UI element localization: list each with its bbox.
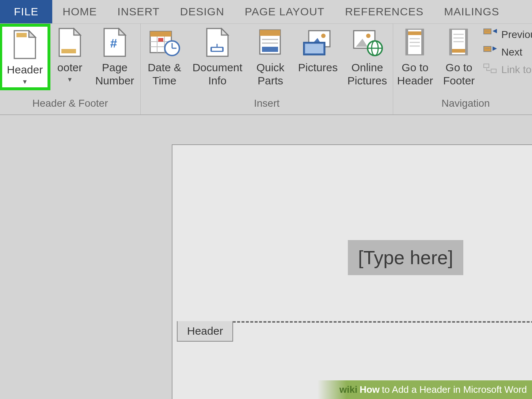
date-time-button[interactable]: Date & Time (141, 24, 188, 87)
tab-page-layout[interactable]: PAGE LAYOUT (235, 0, 335, 23)
online-pictures-icon (351, 26, 384, 59)
date-time-icon (148, 26, 181, 59)
quick-parts-label: Quick Parts (256, 61, 285, 87)
header-button[interactable]: Header ▾ (0, 24, 50, 90)
document-area: [Type here] Header (0, 115, 532, 399)
group-label-insert: Insert (141, 96, 393, 112)
link-to-icon (483, 63, 498, 76)
svg-rect-33 (305, 44, 323, 53)
svg-marker-59 (493, 46, 497, 51)
svg-rect-60 (484, 64, 489, 68)
watermark-how: How (360, 384, 380, 395)
svg-rect-2 (16, 33, 27, 37)
svg-rect-48 (450, 29, 452, 55)
ribbon: Header ▾ ooter ▾ (0, 24, 532, 115)
previous-label: Previou (501, 29, 532, 41)
go-to-footer-icon (442, 26, 475, 59)
footer-label: ooter (57, 61, 82, 74)
pictures-button[interactable]: Pictures (294, 24, 342, 74)
group-label-navigation: Navigation (393, 96, 532, 112)
online-pictures-button[interactable]: Online Pictures (342, 24, 393, 87)
tab-home[interactable]: HOME (52, 0, 107, 23)
svg-marker-56 (493, 29, 497, 33)
footer-icon (53, 26, 86, 59)
next-icon (483, 46, 498, 59)
quick-parts-button[interactable]: Quick Parts (247, 24, 294, 87)
svg-marker-20 (221, 28, 228, 35)
watermark-title: to Add a Header in Microsoft Word (382, 384, 527, 395)
svg-rect-15 (158, 38, 163, 42)
link-to-label: Link to (501, 64, 532, 76)
pictures-icon (301, 26, 334, 59)
pictures-label: Pictures (298, 61, 338, 74)
footer-button[interactable]: ooter ▾ (50, 24, 89, 84)
page-number-label: Page Number (95, 61, 134, 87)
go-to-header-icon (399, 26, 432, 59)
document-info-button[interactable]: Document Info (188, 24, 247, 87)
watermark-wiki: wiki (339, 384, 357, 395)
go-to-header-label: Go to Header (397, 61, 433, 87)
ribbon-tabs: FILE HOME INSERT DESIGN PAGE LAYOUT REFE… (0, 0, 532, 24)
svg-rect-25 (260, 30, 280, 36)
nav-small-buttons: Previou Next (481, 24, 532, 76)
svg-rect-61 (491, 69, 496, 73)
quick-parts-icon (254, 26, 287, 59)
group-navigation: Go to Header Go to Footer (393, 24, 532, 114)
svg-point-30 (321, 34, 326, 38)
svg-marker-7 (119, 28, 125, 35)
previous-icon (483, 28, 498, 41)
tab-file[interactable]: FILE (0, 0, 52, 23)
svg-rect-53 (452, 49, 465, 53)
svg-rect-49 (465, 29, 467, 55)
next-button[interactable]: Next (483, 46, 532, 59)
wikihow-watermark: wikiHow to Add a Header in Microsoft Wor… (318, 380, 532, 399)
go-to-footer-button[interactable]: Go to Footer (437, 24, 481, 87)
date-time-label: Date & Time (148, 61, 181, 87)
page-number-button[interactable]: # Page Number (89, 24, 140, 87)
svg-rect-43 (408, 31, 421, 35)
online-pictures-label: Online Pictures (347, 61, 387, 87)
svg-text:#: # (110, 36, 117, 50)
go-to-footer-label: Go to Footer (443, 61, 475, 87)
svg-rect-5 (61, 49, 76, 53)
tab-references[interactable]: REFERENCES (335, 0, 434, 23)
header-section-tag: Header (177, 321, 233, 342)
link-to-button[interactable]: Link to (483, 63, 532, 76)
svg-marker-4 (74, 28, 80, 35)
svg-marker-1 (29, 31, 35, 37)
dropdown-arrow-icon: ▾ (23, 77, 27, 86)
go-to-header-button[interactable]: Go to Header (393, 24, 437, 87)
previous-button[interactable]: Previou (483, 28, 532, 41)
tab-mailings[interactable]: MAILINGS (434, 0, 509, 23)
group-header-footer: Header ▾ ooter ▾ (0, 24, 141, 114)
svg-rect-10 (150, 31, 171, 37)
svg-rect-22 (212, 48, 222, 51)
header-icon (8, 28, 41, 61)
svg-rect-41 (406, 29, 408, 55)
svg-rect-28 (262, 47, 278, 52)
header-label: Header (7, 63, 43, 76)
document-info-icon (201, 26, 234, 59)
document-info-label: Document Info (193, 61, 243, 87)
header-placeholder[interactable]: [Type here] (348, 240, 463, 275)
header-separator-line (233, 321, 532, 323)
dropdown-arrow-icon: ▾ (68, 75, 72, 84)
group-insert: Date & Time Document Info (141, 24, 393, 114)
group-label-header-footer: Header & Footer (0, 96, 140, 112)
svg-rect-42 (421, 29, 423, 55)
svg-point-35 (366, 34, 370, 38)
next-label: Next (501, 46, 522, 58)
svg-rect-54 (484, 29, 491, 34)
page-number-icon: # (98, 26, 131, 59)
svg-rect-57 (484, 46, 491, 52)
tab-design[interactable]: DESIGN (170, 0, 235, 23)
document-page[interactable]: [Type here] Header (172, 144, 532, 399)
tab-insert[interactable]: INSERT (107, 0, 170, 23)
